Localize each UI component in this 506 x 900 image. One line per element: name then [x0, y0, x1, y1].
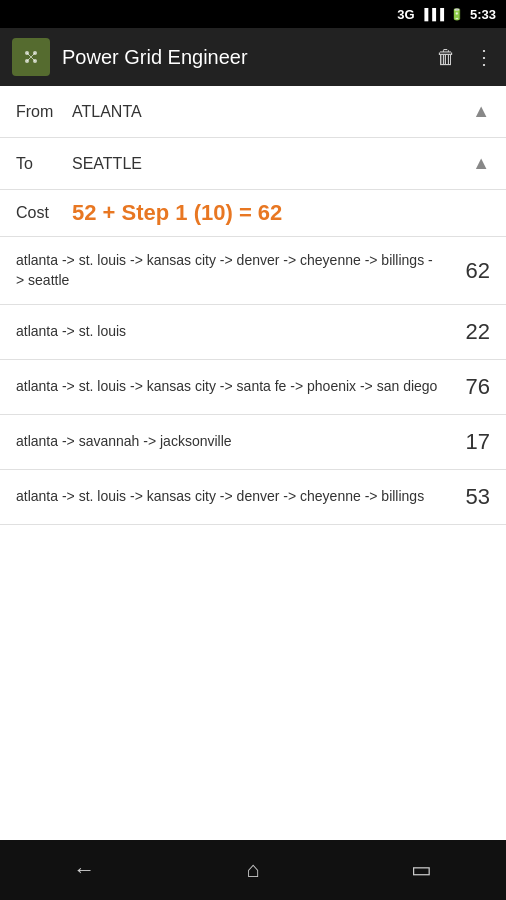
- from-value: ATLANTA: [72, 103, 472, 121]
- route-row[interactable]: atlanta -> savannah -> jacksonville17: [0, 415, 506, 470]
- to-dropdown-icon: ▲: [472, 153, 490, 174]
- signal-bars-icon: ▐▐▐: [421, 8, 444, 20]
- route-path: atlanta -> savannah -> jacksonville: [16, 432, 450, 452]
- bottom-nav-bar: ← ⌂ ▭: [0, 840, 506, 900]
- from-dropdown-icon: ▲: [472, 101, 490, 122]
- home-button[interactable]: ⌂: [223, 850, 283, 890]
- delete-button[interactable]: 🗑: [436, 46, 456, 69]
- more-options-button[interactable]: ⋮: [474, 45, 494, 69]
- route-row[interactable]: atlanta -> st. louis -> kansas city -> d…: [0, 237, 506, 305]
- clock: 5:33: [470, 7, 496, 22]
- route-path: atlanta -> st. louis -> kansas city -> d…: [16, 251, 450, 290]
- cost-value: 52 + Step 1 (10) = 62: [72, 200, 490, 226]
- to-label: To: [16, 155, 72, 173]
- route-cost: 53: [450, 484, 490, 510]
- route-path: atlanta -> st. louis -> kansas city -> s…: [16, 377, 450, 397]
- route-cost: 76: [450, 374, 490, 400]
- cost-label: Cost: [16, 204, 72, 222]
- from-label: From: [16, 103, 72, 121]
- route-cost: 22: [450, 319, 490, 345]
- status-bar: 3G ▐▐▐ 🔋 5:33: [0, 0, 506, 28]
- route-cost: 62: [450, 258, 490, 284]
- app-title: Power Grid Engineer: [62, 46, 424, 69]
- routes-list: atlanta -> st. louis -> kansas city -> d…: [0, 237, 506, 525]
- route-path: atlanta -> st. louis -> kansas city -> d…: [16, 487, 450, 507]
- route-row[interactable]: atlanta -> st. louis22: [0, 305, 506, 360]
- app-logo: [12, 38, 50, 76]
- route-row[interactable]: atlanta -> st. louis -> kansas city -> s…: [0, 360, 506, 415]
- cost-row: Cost 52 + Step 1 (10) = 62: [0, 190, 506, 237]
- toolbar-actions: 🗑 ⋮: [436, 45, 494, 69]
- route-path: atlanta -> st. louis: [16, 322, 450, 342]
- to-field-row[interactable]: To SEATTLE ▲: [0, 138, 506, 190]
- battery-icon: 🔋: [450, 8, 464, 21]
- to-value: SEATTLE: [72, 155, 472, 173]
- recents-button[interactable]: ▭: [392, 850, 452, 890]
- app-bar: Power Grid Engineer 🗑 ⋮: [0, 28, 506, 86]
- signal-indicator: 3G: [397, 7, 414, 22]
- route-row[interactable]: atlanta -> st. louis -> kansas city -> d…: [0, 470, 506, 525]
- back-button[interactable]: ←: [54, 850, 114, 890]
- route-cost: 17: [450, 429, 490, 455]
- from-field-row[interactable]: From ATLANTA ▲: [0, 86, 506, 138]
